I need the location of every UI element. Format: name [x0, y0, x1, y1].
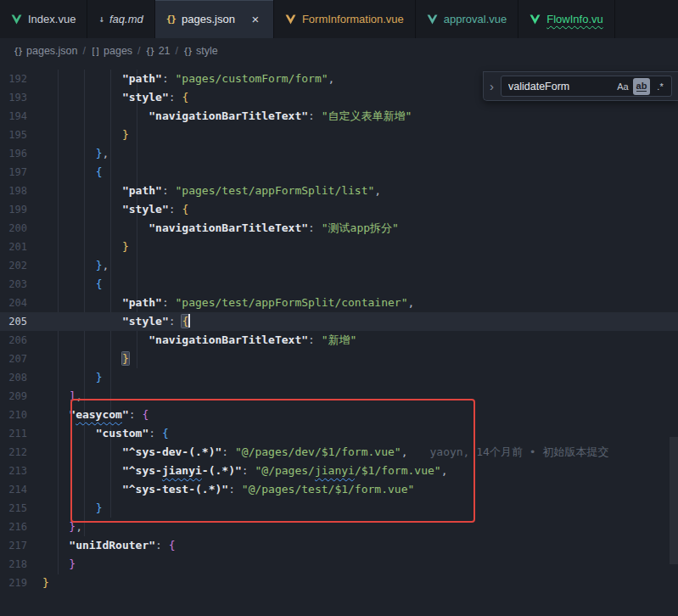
code-line-content[interactable]: } — [42, 238, 678, 256]
line-number[interactable]: 196 — [0, 144, 42, 163]
code-line[interactable]: 214 "^sys-test-(.*)": "@/pages/test/$1/f… — [0, 480, 678, 499]
code-line[interactable]: 217 "uniIdRouter": { — [0, 536, 678, 555]
breadcrumb-item-21[interactable]: {}21 — [146, 45, 171, 57]
code-line[interactable]: 203 { — [0, 275, 678, 294]
whole-word-toggle[interactable]: ab — [633, 78, 650, 95]
find-input[interactable]: validateForm Aaab.* — [501, 76, 672, 97]
line-number[interactable]: 219 — [0, 574, 42, 592]
code-line-content[interactable]: "navigationBarTitleText": "测试app拆分" — [42, 219, 678, 238]
close-icon[interactable]: × — [249, 13, 262, 26]
code-line[interactable]: 205 "style": { — [0, 312, 678, 331]
line-number[interactable]: 210 — [0, 406, 42, 424]
line-number[interactable]: 200 — [0, 219, 42, 238]
line-number[interactable]: 218 — [0, 555, 42, 574]
code-line[interactable]: 213 "^sys-jianyi-(.*)": "@/pages/jianyi/… — [0, 462, 678, 480]
line-number[interactable]: 217 — [0, 536, 42, 555]
line-number[interactable]: 202 — [0, 256, 42, 275]
line-number[interactable]: 204 — [0, 294, 42, 312]
code-line-content[interactable]: }, — [42, 144, 678, 163]
tab-faq-md[interactable]: ↓faq.md — [87, 0, 154, 38]
code-line[interactable]: 206 "navigationBarTitleText": "新增" — [0, 331, 678, 350]
code-line-content[interactable]: { — [42, 163, 678, 182]
line-number[interactable]: 195 — [0, 126, 42, 144]
code-line-content[interactable]: } — [42, 574, 678, 592]
code-line-content[interactable]: } — [42, 350, 678, 368]
scrollbar[interactable] — [670, 64, 678, 616]
code-line[interactable]: 208 } — [0, 368, 678, 387]
code-line[interactable]: 211 "custom": { — [0, 424, 678, 443]
code-line-content[interactable]: } — [42, 499, 678, 518]
line-number[interactable]: 214 — [0, 480, 42, 499]
code-line-content[interactable]: "style": { — [42, 312, 678, 331]
line-number[interactable]: 192 — [0, 70, 42, 88]
code-line-content[interactable]: } — [42, 126, 678, 144]
line-number[interactable]: 199 — [0, 200, 42, 219]
code-line[interactable]: 204 "path": "pages/test/appFormSplit/con… — [0, 294, 678, 312]
line-number[interactable]: 194 — [0, 107, 42, 126]
code-line-content[interactable]: "^sys-dev-(.*)": "@/pages/dev/$1/form.vu… — [42, 443, 678, 462]
code-line-content[interactable]: }, — [42, 518, 678, 536]
code-line[interactable]: 199 "style": { — [0, 200, 678, 219]
code-line-content[interactable]: "path": "pages/test/appFormSplit/contain… — [42, 294, 678, 312]
breadcrumb-item-pages[interactable]: []pages — [91, 45, 132, 57]
tab-index-vue[interactable]: Index.vue — [0, 0, 87, 38]
code-line-content[interactable]: "^sys-jianyi-(.*)": "@/pages/jianyi/$1/f… — [42, 462, 678, 480]
code-line[interactable]: 201 } — [0, 238, 678, 256]
line-number[interactable]: 203 — [0, 275, 42, 294]
code-line[interactable]: 210 "easycom": { — [0, 406, 678, 424]
line-number[interactable]: 207 — [0, 350, 42, 368]
line-number[interactable]: 212 — [0, 443, 42, 462]
find-query-text[interactable]: validateForm — [508, 81, 613, 92]
code-line-content[interactable]: "custom": { — [42, 424, 678, 443]
code-line[interactable]: 196 }, — [0, 144, 678, 163]
toggle-replace-chevron-icon[interactable]: › — [486, 79, 497, 93]
code-line-content[interactable]: "path": "pages/test/appFormSplit/list", — [42, 182, 678, 200]
code-line[interactable]: 202 }, — [0, 256, 678, 275]
match-case-toggle[interactable]: Aa — [614, 78, 631, 95]
breadcrumb-item-style[interactable]: {}style — [183, 45, 218, 57]
tab-forminformation-vue[interactable]: FormInformation.vue — [274, 0, 416, 38]
line-number[interactable]: 205 — [0, 312, 42, 331]
code-line[interactable]: 212 "^sys-dev-(.*)": "@/pages/dev/$1/for… — [0, 443, 678, 462]
code-line-content[interactable]: "uniIdRouter": { — [42, 536, 678, 555]
code-token: "自定义表单新增" — [322, 109, 412, 122]
regex-toggle[interactable]: .* — [652, 78, 669, 95]
code-line[interactable]: 207 } — [0, 350, 678, 368]
code-line[interactable]: 195 } — [0, 126, 678, 144]
tab-flowinfo-vu[interactable]: FlowInfo.vu — [518, 0, 614, 38]
code-line-content[interactable]: } — [42, 555, 678, 574]
line-number[interactable]: 211 — [0, 424, 42, 443]
tab-approval-vue[interactable]: approval.vue — [416, 0, 518, 38]
code-line-content[interactable]: { — [42, 275, 678, 294]
line-number[interactable]: 201 — [0, 238, 42, 256]
code-line-content[interactable]: } — [42, 368, 678, 387]
code-line[interactable]: 197 { — [0, 163, 678, 182]
code-line-content[interactable]: "style": { — [42, 200, 678, 219]
breadcrumb-item-pages-json[interactable]: {}pages.json — [14, 45, 78, 57]
code-line-content[interactable]: "navigationBarTitleText": "自定义表单新增" — [42, 107, 678, 126]
code-line-content[interactable]: "easycom": { — [42, 406, 678, 424]
line-number[interactable]: 206 — [0, 331, 42, 350]
scrollbar-thumb[interactable] — [670, 437, 678, 564]
code-line-content[interactable]: }, — [42, 256, 678, 275]
line-number[interactable]: 197 — [0, 163, 42, 182]
code-line[interactable]: 215 } — [0, 499, 678, 518]
code-line[interactable]: 219} — [0, 574, 678, 592]
code-line[interactable]: 216 }, — [0, 518, 678, 536]
line-number[interactable]: 208 — [0, 368, 42, 387]
line-number[interactable]: 216 — [0, 518, 42, 536]
line-number[interactable]: 213 — [0, 462, 42, 480]
code-line-content[interactable]: "navigationBarTitleText": "新增" — [42, 331, 678, 350]
line-number[interactable]: 209 — [0, 387, 42, 406]
tab-pages-json[interactable]: {}pages.json× — [155, 0, 274, 38]
code-line[interactable]: 200 "navigationBarTitleText": "测试app拆分" — [0, 219, 678, 238]
code-line[interactable]: 198 "path": "pages/test/appFormSplit/lis… — [0, 182, 678, 200]
code-line[interactable]: 194 "navigationBarTitleText": "自定义表单新增" — [0, 107, 678, 126]
line-number[interactable]: 198 — [0, 182, 42, 200]
line-number[interactable]: 193 — [0, 88, 42, 107]
code-line-content[interactable]: "^sys-test-(.*)": "@/pages/test/$1/form.… — [42, 480, 678, 499]
code-line-content[interactable]: ], — [42, 387, 678, 406]
line-number[interactable]: 215 — [0, 499, 42, 518]
code-line[interactable]: 218 } — [0, 555, 678, 574]
code-line[interactable]: 209 ], — [0, 387, 678, 406]
